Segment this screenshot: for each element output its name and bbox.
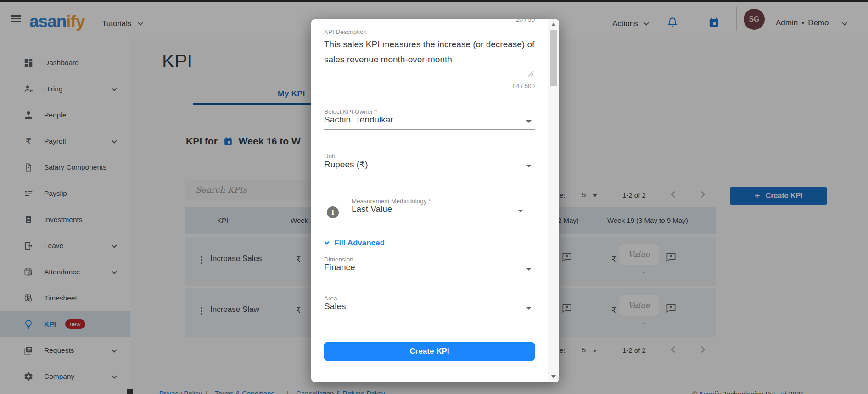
info-icon[interactable]: i [327, 206, 339, 218]
field-underline [324, 129, 535, 130]
create-kpi-modal: 20 / 50 KPI Description This sales KPI m… [311, 19, 559, 382]
chevron-down-icon[interactable] [526, 120, 532, 123]
chevron-down-icon[interactable] [526, 165, 532, 167]
methodology-label: Measurement Methodology * [352, 198, 431, 205]
field-underline [324, 277, 535, 277]
dimension-label: Dimension [324, 256, 353, 263]
methodology-select[interactable]: Last Value [352, 204, 392, 214]
field-underline [352, 219, 535, 219]
scrollbar-thumb[interactable] [550, 30, 557, 86]
kpi-name-counter: 20 / 50 [516, 19, 535, 23]
kpi-description-label: KPI Description [324, 28, 367, 35]
area-label: Area [324, 295, 337, 302]
unit-select[interactable]: Rupees (₹) [324, 159, 368, 170]
area-select[interactable]: Sales [324, 301, 346, 311]
kpi-owner-select[interactable]: Sachin Tendulkar [324, 115, 393, 125]
fill-advanced-toggle[interactable]: Fill Advanced [334, 239, 385, 248]
scroll-down-icon[interactable] [551, 375, 556, 378]
dimension-select[interactable]: Finance [324, 262, 355, 272]
chevron-down-icon[interactable] [324, 239, 329, 244]
kpi-owner-label: Select KPI Owner * [324, 108, 377, 115]
kpi-description-textarea[interactable]: This sales KPI measures the increase (or… [324, 37, 542, 67]
field-underline [324, 316, 535, 316]
description-counter: 84 / 500 [512, 83, 535, 89]
chevron-down-icon[interactable] [526, 268, 532, 271]
chevron-down-icon[interactable] [518, 210, 523, 212]
resize-handle-icon[interactable] [528, 71, 534, 77]
unit-label: Unit [324, 153, 335, 160]
modal-create-kpi-button[interactable]: Create KPI [324, 342, 535, 361]
chevron-down-icon[interactable] [526, 307, 532, 310]
scroll-up-icon[interactable] [551, 23, 556, 26]
textarea-underline [324, 78, 535, 78]
field-underline [324, 174, 535, 174]
modal-scrollbar[interactable] [548, 19, 559, 382]
